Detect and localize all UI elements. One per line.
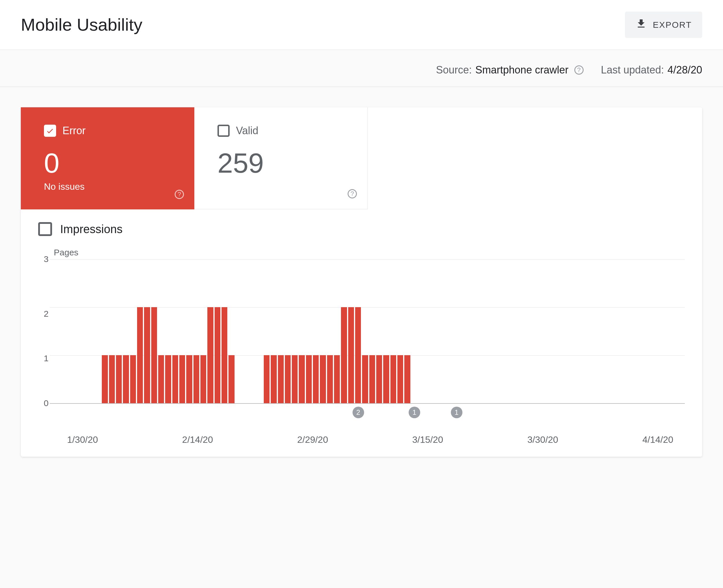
event-marker[interactable]: 1 [409,407,420,418]
chart-y-label: Pages [54,248,685,257]
updated-value: 4/28/20 [667,64,702,76]
y-tick: 2 [31,309,48,319]
status-tabs: Error 0 No issues ? Valid 259 ? [21,107,702,209]
x-tick: 3/30/20 [527,435,558,445]
bar[interactable] [229,355,234,403]
chart: Pages 3210 211 1/30/202/14/202/29/203/15… [21,239,702,445]
bar[interactable] [404,355,410,403]
bar[interactable] [348,307,354,403]
bar[interactable] [306,355,312,403]
bar[interactable] [137,307,143,403]
y-axis: 3210 [31,259,48,403]
checkbox-icon [217,125,230,137]
tab-error-value: 0 [44,147,171,179]
bar[interactable] [193,355,199,403]
bar[interactable] [186,355,192,403]
bar[interactable] [355,307,361,403]
bar[interactable] [327,355,333,403]
bar[interactable] [179,355,185,403]
bar[interactable] [334,355,340,403]
event-marker[interactable]: 1 [451,407,463,418]
event-marker[interactable]: 2 [353,407,364,418]
x-axis: 1/30/202/14/202/29/203/15/203/30/204/14/… [50,424,685,445]
tab-valid[interactable]: Valid 259 ? [194,107,368,209]
bar[interactable] [109,355,115,403]
impressions-toggle[interactable]: Impressions [21,209,702,239]
bar[interactable] [215,307,220,403]
help-icon[interactable]: ? [574,65,583,75]
tab-valid-value: 259 [217,147,344,179]
bar[interactable] [285,355,291,403]
y-tick: 1 [31,353,48,363]
export-button[interactable]: EXPORT [625,12,702,38]
bar[interactable] [116,355,122,403]
tab-error-label: Error [62,125,86,137]
bar[interactable] [158,355,164,403]
chart-markers: 211 [52,407,685,424]
bar[interactable] [221,307,227,403]
checkbox-icon [38,222,52,236]
checkbox-checked-icon [44,125,56,137]
bar[interactable] [123,355,129,403]
page-title: Mobile Usability [21,15,142,35]
tab-valid-label: Valid [236,125,258,137]
source-label: Source: [436,64,472,76]
tab-error[interactable]: Error 0 No issues ? [21,107,194,209]
bar[interactable] [165,355,171,403]
bar[interactable] [271,355,276,403]
bar[interactable] [397,355,403,403]
bar[interactable] [313,355,319,403]
help-icon[interactable]: ? [175,190,184,199]
x-tick: 2/29/20 [297,435,328,445]
bar[interactable] [341,307,347,403]
x-tick: 4/14/20 [642,435,673,445]
y-tick: 0 [31,398,48,408]
meta-bar: Source: Smartphone crawler ? Last update… [0,50,723,87]
download-icon [635,18,647,31]
bars [50,259,685,403]
x-tick: 3/15/20 [412,435,443,445]
bar[interactable] [102,355,108,403]
report-card: Error 0 No issues ? Valid 259 ? Impressi… [21,107,702,457]
bar[interactable] [376,355,382,403]
bar[interactable] [144,307,150,403]
y-tick: 3 [31,254,48,264]
impressions-label: Impressions [60,223,123,236]
export-label: EXPORT [653,20,692,30]
bar[interactable] [292,355,298,403]
header: Mobile Usability EXPORT [0,0,723,50]
bar[interactable] [362,355,368,403]
bar[interactable] [278,355,284,403]
x-tick: 2/14/20 [182,435,213,445]
source-meta: Source: Smartphone crawler ? [436,64,583,76]
bar[interactable] [369,355,375,403]
updated-meta: Last updated: 4/28/20 [601,64,702,76]
bar[interactable] [151,307,157,403]
bar[interactable] [207,307,213,403]
bar[interactable] [200,355,206,403]
help-icon[interactable]: ? [348,189,357,198]
bar[interactable] [130,355,136,403]
tab-error-sub: No issues [44,181,171,192]
x-tick: 1/30/20 [67,435,98,445]
bar[interactable] [383,355,389,403]
source-value: Smartphone crawler [475,64,569,76]
bar[interactable] [264,355,270,403]
chart-plot: 3210 [50,259,685,404]
bar[interactable] [320,355,326,403]
updated-label: Last updated: [601,64,664,76]
bar[interactable] [299,355,304,403]
bar[interactable] [172,355,178,403]
bar[interactable] [390,355,396,403]
